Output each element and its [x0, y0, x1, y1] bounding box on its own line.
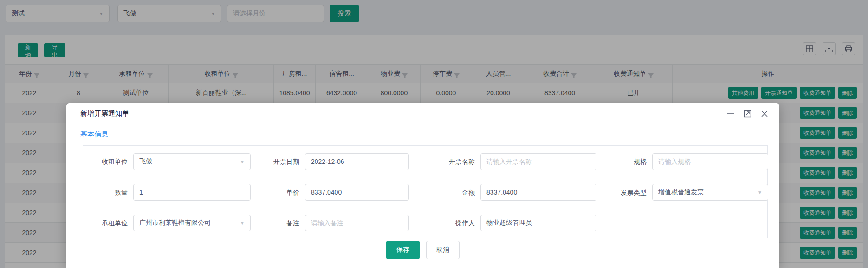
modal-footer: 保存 取消 [66, 241, 779, 259]
spec-label: 规格 [611, 153, 647, 170]
operator-field[interactable] [486, 219, 590, 227]
minimize-icon[interactable] [727, 110, 734, 118]
invoice-name-input[interactable] [480, 153, 596, 170]
form-row-3: 承租单位 广州市利莱鞋楦有限公司 ▼ 备注 操作人 [83, 215, 767, 231]
quantity-label: 数量 [83, 184, 128, 201]
amount-field[interactable] [486, 189, 590, 196]
landlord-select[interactable]: 飞傲 ▼ [133, 153, 251, 170]
cancel-button[interactable]: 取消 [426, 241, 460, 259]
amount-label: 金额 [435, 184, 475, 201]
remark-field[interactable] [311, 219, 403, 227]
save-button[interactable]: 保存 [386, 241, 420, 259]
invoice-type-label: 发票类型 [611, 184, 647, 201]
operator-label: 操作人 [435, 215, 475, 231]
invoice-name-label: 开票名称 [435, 153, 475, 170]
section-title-basic-info: 基本信息 [80, 130, 108, 139]
invoice-date-input[interactable] [305, 153, 409, 170]
basic-info-form: 收租单位 飞傲 ▼ 开票日期 开票名称 规格 数量 单价 [83, 145, 768, 238]
invoice-type-select-value: 增值税普通发票 [658, 188, 704, 196]
remark-input[interactable] [305, 215, 409, 231]
amount-input[interactable] [480, 184, 596, 201]
form-row-2: 数量 单价 金额 发票类型 增值税普通发票 ▼ [83, 184, 767, 201]
spec-field[interactable] [658, 158, 762, 165]
modal-header: 新增开票通知单 [66, 103, 779, 124]
quantity-input[interactable] [133, 184, 251, 201]
invoice-name-field[interactable] [486, 158, 590, 165]
add-invoice-notice-modal: 新增开票通知单 基本信息 收租单位 飞傲 ▼ 开票日期 开票 [66, 103, 779, 268]
landlord-label: 收租单位 [83, 153, 128, 170]
operator-input[interactable] [480, 215, 596, 231]
chevron-down-icon: ▼ [240, 221, 245, 226]
fullscreen-icon[interactable] [744, 110, 751, 118]
form-row-1: 收租单位 飞傲 ▼ 开票日期 开票名称 规格 [83, 153, 767, 170]
chevron-down-icon: ▼ [758, 190, 762, 195]
tenant-select[interactable]: 广州市利莱鞋楦有限公司 ▼ [133, 215, 251, 231]
unit-price-field[interactable] [311, 189, 403, 196]
tenant-label: 承租单位 [83, 215, 128, 231]
window-controls [727, 110, 768, 118]
quantity-field[interactable] [139, 189, 245, 196]
invoice-date-field[interactable] [311, 158, 403, 165]
remark-label: 备注 [259, 215, 299, 231]
spec-input[interactable] [652, 153, 768, 170]
chevron-down-icon: ▼ [240, 159, 245, 164]
close-icon[interactable] [761, 110, 768, 118]
tenant-select-value: 广州市利莱鞋楦有限公司 [139, 219, 211, 227]
invoice-type-select[interactable]: 增值税普通发票 ▼ [652, 184, 768, 201]
unit-price-label: 单价 [259, 184, 299, 201]
modal-title: 新增开票通知单 [80, 109, 129, 118]
invoice-date-label: 开票日期 [259, 153, 299, 170]
unit-price-input[interactable] [305, 184, 409, 201]
landlord-select-value: 飞傲 [139, 157, 152, 166]
